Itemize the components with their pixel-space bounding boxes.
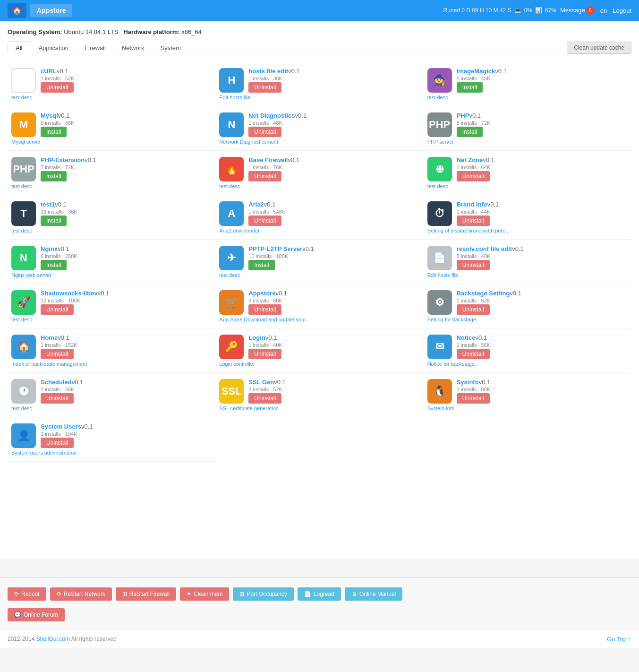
- install-button[interactable]: Install: [41, 127, 67, 137]
- app-info: Noticev0.1 1 installs · 56K Uninstall: [457, 334, 628, 359]
- app-meta: 1 installs · 548K: [248, 209, 419, 215]
- uninstall-button[interactable]: Uninstall: [41, 393, 74, 404]
- footer-btn-clean-mem[interactable]: ✦Clean mem: [180, 587, 229, 601]
- app-name: PHPv0.1: [457, 112, 628, 119]
- app-item: M Mysqlv0.1 6 installs · 68K Install Mys…: [8, 106, 215, 151]
- clean-cache-button[interactable]: Clean update cache: [567, 42, 631, 54]
- app-info: test1v0.1 13 installs · 36K Install: [41, 201, 212, 226]
- install-button[interactable]: Install: [457, 82, 483, 93]
- app-item: URL cURLv0.1 1 installs · 52K Uninstall …: [8, 62, 215, 106]
- app-info: Net Zonev0.1 1 installs · 64K Uninstall: [457, 156, 628, 181]
- uninstall-button[interactable]: Uninstall: [248, 82, 281, 93]
- uninstall-button[interactable]: Uninstall: [248, 127, 281, 137]
- app-icon: ⚙: [427, 290, 452, 315]
- logout-button[interactable]: Logout: [613, 7, 631, 14]
- uninstall-button[interactable]: Uninstall: [41, 438, 74, 448]
- uninstall-button[interactable]: Uninstall: [41, 349, 74, 359]
- app-icon: A: [219, 201, 244, 226]
- footer-btn-reboot[interactable]: ⟳Reboot: [8, 587, 46, 601]
- tab-firewall[interactable]: Firewall: [77, 41, 114, 54]
- uninstall-button[interactable]: Uninstall: [248, 215, 281, 226]
- footer-btn-logread[interactable]: 📄Logread: [298, 587, 341, 601]
- tab-all[interactable]: All: [8, 41, 30, 54]
- uninstall-button[interactable]: Uninstall: [457, 304, 490, 315]
- footer-btn-online-manual[interactable]: 🖥Online Manual: [345, 587, 402, 601]
- app-meta: 13 installs · 36K: [41, 209, 212, 215]
- header: 🏠 Appstore Runed 0 D 09 H 10 M 42 S 💻 0%…: [0, 0, 639, 21]
- uninstall-button[interactable]: Uninstall: [41, 304, 74, 315]
- app-version: v0.1: [302, 245, 314, 252]
- app-row: ⊕ Net Zonev0.1 1 installs · 64K Uninstal…: [427, 156, 628, 181]
- app-desc: test desc: [11, 228, 212, 233]
- app-version: v0.1: [57, 68, 68, 75]
- app-item: N Nginxv0.1 6 installs · 288K Install Ng…: [8, 240, 215, 284]
- install-button[interactable]: Install: [41, 171, 67, 181]
- uninstall-button[interactable]: Uninstall: [457, 260, 490, 270]
- app-info: Aria2v0.1 1 installs · 548K Uninstall: [248, 201, 419, 226]
- app-version: v0.1: [81, 423, 93, 430]
- uninstall-button[interactable]: Uninstall: [457, 215, 490, 226]
- app-row: 📄 resolv.conf file editv0.1 5 installs ·…: [427, 245, 628, 270]
- tab-system[interactable]: System: [153, 41, 189, 54]
- app-name: Scheduledv0.1: [41, 379, 212, 386]
- app-meta: 1 installs · 36K: [248, 76, 419, 81]
- footer-btn-restart-firewall[interactable]: ⊞ReStart Firewall: [116, 587, 176, 601]
- app-info: Mysqlv0.1 6 installs · 68K Install: [41, 112, 212, 137]
- app-version: v0.1: [72, 379, 84, 386]
- install-button[interactable]: Install: [41, 215, 67, 226]
- app-item: PHP PHP-Extensionv0.1 7 installs · 72K I…: [8, 151, 215, 195]
- btn-label: Port Occupancy: [247, 591, 287, 597]
- uninstall-button[interactable]: Uninstall: [248, 171, 281, 181]
- app-row: N Nginxv0.1 6 installs · 288K Install: [11, 245, 212, 270]
- app-version: v0.1: [487, 201, 499, 208]
- app-desc: test desc: [427, 183, 628, 189]
- app-meta: 12 installs · 100K: [41, 298, 212, 303]
- app-icon: 🔑: [219, 335, 244, 359]
- app-name: PHP-Extensionv0.1: [41, 156, 212, 164]
- app-info: cURLv0.1 1 installs · 52K Uninstall: [41, 68, 212, 93]
- app-desc: SSL certificate generation: [219, 405, 419, 411]
- uninstall-button[interactable]: Uninstall: [248, 304, 281, 315]
- app-meta: 6 installs · 68K: [41, 120, 212, 126]
- app-meta: 1 installs · 104K: [41, 431, 212, 437]
- app-item: 🛒 Appstorev0.1 3 installs · 60K Uninstal…: [215, 284, 423, 328]
- uninstall-button[interactable]: Uninstall: [457, 171, 490, 181]
- tab-network[interactable]: Network: [114, 41, 153, 54]
- app-row: ✈ PPTP-L2TP Serverv0.1 10 installs · 100…: [219, 245, 419, 270]
- message-label[interactable]: Message5: [560, 6, 595, 15]
- go-top-button[interactable]: Go Top ↑: [607, 636, 631, 643]
- app-version: v0.1: [85, 156, 96, 164]
- app-row: ✉ Noticev0.1 1 installs · 56K Uninstall: [427, 334, 628, 359]
- uninstall-button[interactable]: Uninstall: [248, 349, 281, 359]
- app-meta: 10 installs · 100K: [248, 253, 419, 259]
- mem-value: 67%: [545, 7, 556, 14]
- home-button[interactable]: 🏠: [8, 3, 26, 18]
- app-name: cURLv0.1: [41, 68, 212, 75]
- tab-application[interactable]: Application: [30, 41, 77, 54]
- install-button[interactable]: Install: [457, 127, 483, 137]
- mem-icon: 📊: [535, 7, 542, 14]
- install-button[interactable]: Install: [41, 260, 67, 270]
- uninstall-button[interactable]: Uninstall: [457, 349, 490, 359]
- site-link[interactable]: ShellGui.com: [36, 636, 70, 642]
- app-row: ⏱ Brand infov0.1 1 installs · 44K Uninst…: [427, 201, 628, 226]
- lang-selector[interactable]: en: [600, 7, 607, 14]
- install-button[interactable]: Install: [248, 260, 274, 270]
- app-desc: test desc: [11, 95, 212, 100]
- app-version: v0.1: [475, 334, 487, 341]
- footer-btn-port-occupancy[interactable]: ⊞Port Occupancy: [233, 587, 293, 601]
- app-row: 🐧 Sysinfov0.1 1 installs · 88K Uninstall: [427, 379, 628, 404]
- app-meta: 3 installs · 60K: [248, 298, 419, 303]
- app-icon: URL: [11, 68, 36, 93]
- uninstall-button[interactable]: Uninstall: [248, 393, 281, 404]
- footer-btn-restart-network[interactable]: ⟳ReStart Network: [50, 587, 112, 601]
- app-grid: URL cURLv0.1 1 installs · 52K Uninstall …: [8, 62, 631, 462]
- footer-btn-online-forum[interactable]: 💬Online Forum: [8, 608, 65, 621]
- uninstall-button[interactable]: Uninstall: [41, 82, 74, 93]
- app-item: N Net Diagnosticsv0.1 1 installs · 48K U…: [215, 106, 423, 151]
- app-item: ✉ Noticev0.1 1 installs · 56K Uninstall …: [424, 328, 631, 373]
- os-info: Operating System: Ubuntu 14.04.1 LTS Har…: [8, 28, 631, 35]
- btn-icon: ⊞: [122, 591, 127, 597]
- message-badge: 5: [586, 6, 595, 15]
- uninstall-button[interactable]: Uninstall: [457, 393, 490, 404]
